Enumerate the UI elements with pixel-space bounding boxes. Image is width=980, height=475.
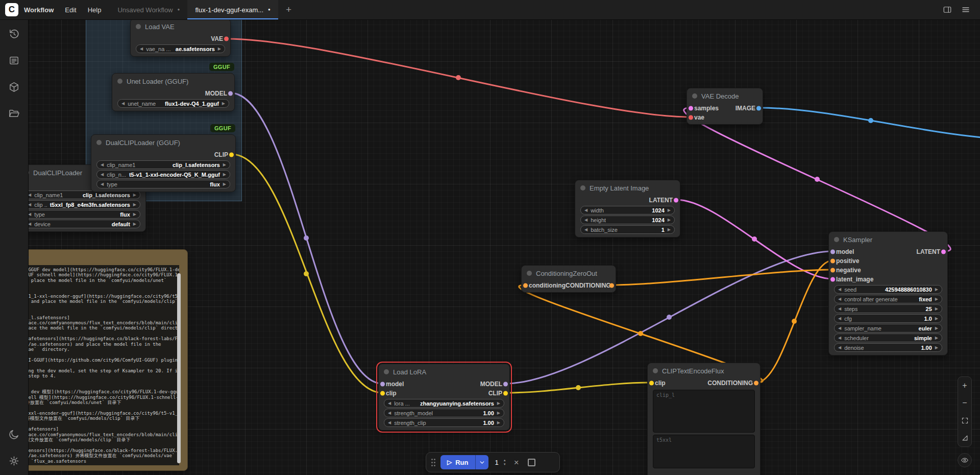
dualcliploader-gguf[interactable]: GGUFDualCLIPLoader (GGUF)CLIP◀clip_name1… (91, 134, 236, 192)
link-image-out-midpoint-dot[interactable] (868, 118, 873, 123)
link-latent-empty-ksampler-midpoint-dot[interactable] (752, 236, 757, 242)
menu-workflow[interactable]: Workflow (18, 6, 59, 14)
MODEL-output-slot[interactable] (503, 382, 508, 387)
decrement-arrow-icon[interactable]: ◀ (101, 173, 104, 177)
decrement-arrow-icon[interactable]: ◀ (838, 297, 841, 301)
dualcliploader-widget-clip[interactable]: ◀clip ...t5xxl_fp8_e4m3fn.safetensors▶ (24, 200, 140, 209)
menu-icon[interactable] (961, 5, 971, 15)
model-input-slot[interactable] (830, 250, 835, 254)
increment-arrow-icon[interactable]: ▶ (497, 421, 500, 425)
ksampler-widget-sampler_name[interactable]: ◀sampler_nameeuler▶ (834, 324, 942, 332)
vae-input-slot[interactable] (689, 115, 693, 120)
increment-arrow-icon[interactable]: ▶ (935, 288, 938, 292)
tab-unsaved-workflow[interactable]: Unsaved Workflow ● (110, 0, 187, 19)
decrement-arrow-icon[interactable]: ◀ (838, 336, 841, 340)
unet-loader-gguf[interactable]: GGUFUnet Loader (GGUF)MODEL◀unet_nameflu… (112, 73, 235, 111)
link-model-unet-lora-midpoint-dot[interactable] (304, 235, 309, 241)
negative-input-slot[interactable] (830, 268, 835, 273)
CONDITIONING-output-slot[interactable] (609, 283, 614, 288)
decrement-arrow-icon[interactable]: ◀ (388, 411, 391, 415)
decrement-arrow-icon[interactable]: ◀ (584, 218, 587, 222)
collapse-dot-icon[interactable] (117, 79, 122, 84)
empty-latent-image-widget-batch_size[interactable]: ◀batch_size1▶ (580, 225, 675, 234)
increment-arrow-icon[interactable]: ▶ (935, 336, 938, 340)
link-latent-ksampler-vaedecode-midpoint-dot[interactable] (815, 177, 820, 182)
increment-arrow-icon[interactable]: ▶ (223, 163, 226, 167)
ksampler-widget-scheduler[interactable]: ◀schedulersimple▶ (834, 334, 942, 342)
LATENT-output-slot[interactable] (941, 250, 946, 254)
empty-latent-image-header[interactable]: Empty Latent Image (575, 180, 680, 196)
run-button[interactable]: ▷ Run (440, 455, 475, 469)
cliptextencodeflux-header[interactable]: CLIPTextEncodeFlux (648, 363, 760, 378)
link-model-lora-ksampler-midpoint-dot[interactable] (667, 315, 672, 320)
theme-toggle-moon-icon[interactable] (5, 425, 23, 443)
workflows-folder-icon[interactable] (5, 104, 23, 123)
ksampler-widget-denoise[interactable]: ◀denoise1.00▶ (834, 343, 942, 352)
settings-gear-icon[interactable] (5, 452, 23, 470)
increment-arrow-icon[interactable]: ▶ (497, 411, 500, 415)
stop-icon[interactable] (528, 459, 535, 466)
decrement-arrow-icon[interactable]: ◀ (121, 102, 125, 106)
empty-latent-image[interactable]: Empty Latent ImageLATENT◀width1024▶◀heig… (575, 180, 680, 238)
vae-decode[interactable]: VAE DecodesamplesIMAGEvae (687, 88, 763, 125)
batch-count-input[interactable]: 1 (495, 459, 499, 466)
collapse-dot-icon[interactable] (384, 369, 389, 374)
decrement-arrow-icon[interactable]: ◀ (101, 163, 104, 167)
vae-decode-header[interactable]: VAE Decode (687, 88, 763, 104)
increment-arrow-icon[interactable]: ▶ (668, 218, 671, 222)
load-lora-widget-strength_model[interactable]: ◀strength_model1.00▶ (384, 409, 504, 417)
increment-arrow-icon[interactable]: ▶ (218, 47, 221, 51)
increment-arrow-icon[interactable]: ▶ (935, 317, 938, 321)
markdown-note-header[interactable] (19, 250, 187, 265)
decrement-arrow-icon[interactable]: ◀ (838, 346, 841, 350)
collapse-dot-icon[interactable] (136, 24, 141, 29)
conditioning-zero-out-header[interactable]: ConditioningZeroOut (522, 266, 616, 281)
increment-arrow-icon[interactable]: ▶ (223, 182, 226, 186)
increment-arrow-icon[interactable]: ▶ (668, 208, 671, 212)
link-vae-midpoint-dot[interactable] (456, 75, 461, 80)
CLIP-output-slot[interactable] (503, 391, 508, 396)
increment-arrow-icon[interactable]: ▶ (497, 401, 500, 406)
node-library-icon[interactable] (5, 51, 23, 69)
collapse-dot-icon[interactable] (96, 140, 102, 145)
increment-arrow-icon[interactable]: ▶ (133, 222, 136, 226)
select-mode-icon[interactable] (958, 429, 971, 446)
ksampler-header[interactable]: KSampler (829, 232, 947, 247)
samples-input-slot[interactable] (689, 106, 693, 111)
collapse-dot-icon[interactable] (653, 368, 658, 373)
decrement-arrow-icon[interactable]: ◀ (838, 288, 841, 292)
VAE-output-slot[interactable] (224, 37, 229, 41)
empty-latent-image-widget-width[interactable]: ◀width1024▶ (580, 206, 675, 215)
cliptextencodeflux-textarea-clip_l[interactable]: clip_l (653, 390, 755, 433)
decrement-arrow-icon[interactable]: ◀ (140, 47, 143, 51)
latent_image-input-slot[interactable] (830, 277, 835, 282)
LATENT-output-slot[interactable] (674, 198, 678, 203)
clip-input-slot[interactable] (380, 391, 385, 396)
load-lora-widget-strength_clip[interactable]: ◀strength_clip1.00▶ (384, 418, 504, 427)
CONDITIONING-output-slot[interactable] (754, 381, 758, 386)
dualcliploader-gguf-header[interactable]: DualCLIPLoader (GGUF) (91, 135, 235, 150)
empty-latent-image-widget-height[interactable]: ◀height1024▶ (580, 216, 675, 224)
collapse-dot-icon[interactable] (692, 93, 697, 99)
zoom-out-icon[interactable]: − (958, 394, 971, 412)
note-scrollbar-thumb[interactable] (177, 273, 181, 463)
unet-loader-gguf-header[interactable]: Unet Loader (GGUF) (112, 74, 234, 89)
ksampler-widget-seed[interactable]: ◀seed425948886010830▶ (834, 285, 942, 294)
load-lora-header[interactable]: Load LoRA (379, 364, 509, 379)
decrement-arrow-icon[interactable]: ◀ (838, 326, 841, 330)
clip-input-slot[interactable] (649, 381, 654, 386)
increment-arrow-icon[interactable]: ▶ (223, 173, 226, 177)
IMAGE-output-slot[interactable] (756, 106, 761, 111)
menu-help[interactable]: Help (82, 6, 107, 14)
model-library-icon[interactable] (5, 78, 23, 96)
collapse-dot-icon[interactable] (527, 271, 532, 276)
conditioning-zero-out[interactable]: ConditioningZeroOutconditioningCONDITION… (521, 265, 616, 293)
load-lora-widget-lora[interactable]: ◀lora ...zhangyuanying.safetensors▶ (384, 399, 504, 408)
increment-arrow-icon[interactable]: ▶ (133, 212, 136, 217)
ksampler-widget-steps[interactable]: ◀steps25▶ (834, 304, 942, 313)
ksampler-widget-control-after-generate[interactable]: ◀control after generatefixed▶ (834, 295, 942, 303)
decrement-arrow-icon[interactable]: ◀ (584, 228, 587, 232)
positive-input-slot[interactable] (830, 259, 835, 264)
clear-queue-icon[interactable]: × (514, 458, 519, 467)
collapse-dot-icon[interactable] (834, 237, 839, 242)
